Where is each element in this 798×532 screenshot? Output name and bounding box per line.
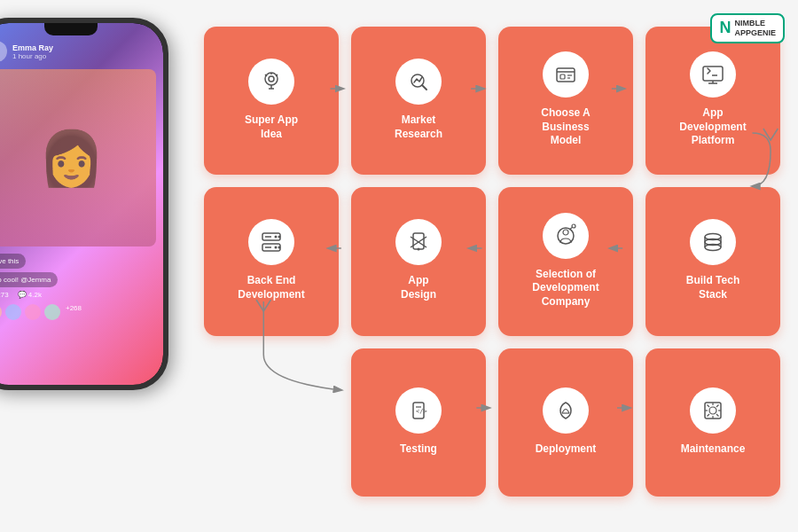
svg-rect-11 [560, 74, 565, 79]
phone-image: 👩 [0, 69, 156, 246]
svg-point-44 [709, 407, 716, 414]
card-deployment-label: Deployment [536, 442, 597, 457]
phone-mockup-section: Emma Ray 1 hour ago 👩 love this So cool!… [0, 0, 195, 532]
phone-comment-1: love this [0, 254, 26, 269]
nimble-logo: N NIMBLE APPGENIE [710, 13, 785, 43]
card-selection-dev-company[interactable]: Selection ofDevelopmentCompany [498, 187, 633, 335]
svg-point-6 [269, 76, 274, 82]
svg-line-52 [708, 414, 710, 417]
svg-point-33 [572, 224, 575, 228]
card-super-app-idea[interactable]: Super AppIdea [204, 27, 339, 175]
phone-device: Emma Ray 1 hour ago 👩 love this So cool!… [0, 18, 168, 390]
phone-time: 1 hour ago [12, 52, 53, 60]
flow-diagram-grid: Super AppIdea MarketResearch [204, 18, 780, 497]
phone-username: Emma Ray [12, 43, 53, 52]
logo-text: NIMBLE APPGENIE [734, 19, 776, 38]
svg-text:</>: </> [416, 408, 427, 415]
svg-rect-14 [703, 66, 723, 81]
card-testing-label: Testing [400, 442, 437, 457]
svg-point-22 [275, 246, 278, 249]
phone-avatar [0, 41, 7, 62]
business-model-icon [543, 51, 589, 98]
phone-comments: love this So cool! @Jemma [0, 254, 156, 287]
card-back-end-dev[interactable]: Back EndDevelopment [204, 187, 339, 335]
card-app-design-label: AppDesign [401, 274, 436, 301]
back-end-dev-icon [248, 219, 294, 265]
testing-icon: </> [395, 387, 442, 434]
card-maintenance[interactable]: Maintenance [645, 348, 780, 497]
selection-dev-company-icon [543, 213, 589, 259]
svg-point-21 [278, 236, 281, 239]
svg-line-50 [716, 414, 719, 417]
phone-comment-2: So cool! @Jemma [0, 272, 58, 287]
card-maintenance-label: Maintenance [681, 442, 746, 457]
app-dev-platform-icon [690, 51, 736, 98]
svg-point-23 [278, 246, 281, 249]
card-market-research-label: MarketResearch [395, 113, 442, 141]
svg-point-31 [563, 230, 568, 235]
svg-rect-26 [413, 233, 424, 249]
app-design-icon [395, 219, 442, 265]
card-selection-dev-company-label: Selection ofDevelopmentCompany [532, 268, 598, 309]
market-research-icon [395, 59, 442, 105]
phone-notch [44, 23, 98, 35]
phone-likes: ❤️ 273 💬 4.2k [0, 291, 156, 299]
card-deployment[interactable]: Deployment [498, 348, 633, 497]
card-testing[interactable]: </> Testing [351, 348, 486, 497]
card-super-app-idea-label: Super AppIdea [245, 113, 298, 141]
svg-line-51 [716, 404, 719, 407]
card-business-model-label: Choose ABusinessModel [541, 106, 591, 148]
card-app-design[interactable]: AppDesign [351, 187, 486, 335]
maintenance-icon [690, 387, 736, 434]
svg-line-49 [708, 404, 710, 407]
card-build-tech-stack-label: Build TechStack [686, 274, 739, 301]
card-back-end-dev-label: Back EndDevelopment [238, 274, 304, 301]
svg-line-8 [422, 85, 426, 90]
svg-point-20 [275, 236, 278, 239]
card-market-research[interactable]: MarketResearch [351, 27, 486, 175]
build-tech-stack-icon [690, 219, 736, 265]
phone-screen: Emma Ray 1 hour ago 👩 love this So cool!… [0, 23, 163, 385]
main-diagram: N NIMBLE APPGENIE Super AppIdea [195, 0, 798, 532]
card-build-tech-stack[interactable]: Build TechStack [645, 187, 780, 335]
phone-app-content: Emma Ray 1 hour ago 👩 love this So cool!… [0, 23, 163, 327]
card-business-model[interactable]: Choose ABusinessModel [498, 27, 633, 175]
deployment-icon [543, 387, 589, 434]
logo-letter: N [719, 19, 731, 37]
svg-point-29 [418, 248, 420, 251]
svg-point-0 [265, 73, 278, 85]
super-app-idea-icon [248, 59, 294, 105]
empty-cell-3-1 [204, 348, 339, 497]
card-app-dev-platform[interactable]: AppDevelopmentPlatform [645, 27, 780, 175]
card-app-dev-platform-label: AppDevelopmentPlatform [679, 106, 746, 148]
